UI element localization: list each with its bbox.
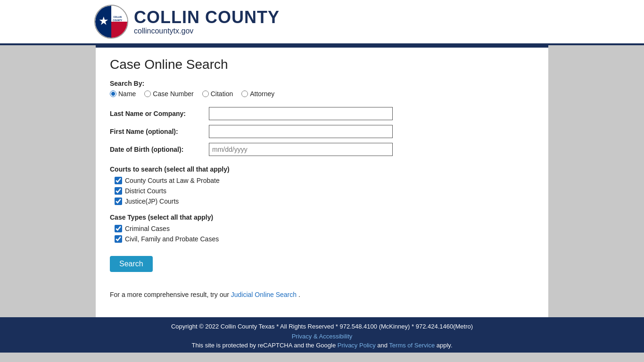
dob-label: Date of Birth (optional): — [110, 146, 209, 153]
first-name-row: First Name (optional): — [110, 125, 534, 138]
radio-attorney-label[interactable]: Attorney — [250, 90, 274, 98]
checkbox-justice-courts[interactable]: Justice(JP) Courts — [115, 197, 534, 205]
dob-input[interactable] — [209, 143, 393, 156]
checkbox-district-courts-input[interactable] — [115, 187, 122, 195]
terms-of-service-link[interactable]: Terms of Service — [389, 342, 435, 349]
checkbox-county-courts-label[interactable]: County Courts at Law & Probate — [125, 177, 220, 184]
radio-attorney-input[interactable] — [241, 90, 248, 97]
checkbox-civil-label[interactable]: Civil, Family and Probate Cases — [125, 235, 219, 243]
case-types-section-label: Case Types (select all that apply) — [110, 214, 534, 221]
privacy-accessibility-link[interactable]: Privacy & Accessibility — [292, 333, 353, 340]
svg-text:COUNTY: COUNTY — [113, 19, 123, 22]
search-button[interactable]: Search — [110, 256, 153, 272]
comprehensive-result-text: For a more comprehensive result, try our… — [110, 291, 534, 298]
dob-row: Date of Birth (optional): — [110, 143, 534, 156]
svg-text:COLLIN: COLLIN — [113, 16, 122, 18]
last-name-row: Last Name or Company: — [110, 107, 534, 120]
radio-name-label[interactable]: Name — [118, 90, 136, 98]
checkbox-justice-courts-label[interactable]: Justice(JP) Courts — [125, 197, 179, 205]
last-name-label: Last Name or Company: — [110, 110, 209, 117]
first-name-label: First Name (optional): — [110, 128, 209, 135]
recaptcha-text-before: This site is protected by reCAPTCHA and … — [191, 342, 337, 349]
county-logo: ★ COLLIN COUNTY — [94, 5, 128, 39]
footer-links: Privacy & Accessibility — [9, 333, 635, 340]
county-url: collincountytx.gov — [134, 27, 280, 35]
radio-casenumber[interactable]: Case Number — [144, 90, 193, 98]
checkbox-criminal-input[interactable] — [115, 225, 122, 232]
apply-text: apply. — [435, 342, 452, 349]
svg-text:★: ★ — [99, 16, 108, 26]
footer: Copyright © 2022 Collin County Texas * A… — [0, 317, 644, 353]
radio-name[interactable]: Name — [110, 90, 136, 98]
footer-copyright: Copyright © 2022 Collin County Texas * A… — [9, 323, 635, 330]
search-by-options: Name Case Number Citation Attorney — [110, 90, 534, 98]
footer-recaptcha: This site is protected by reCAPTCHA and … — [9, 342, 635, 349]
privacy-policy-link[interactable]: Privacy Policy — [338, 342, 376, 349]
courts-section-label: Courts to search (select all that apply) — [110, 165, 534, 173]
page-title: Case Online Search — [110, 57, 534, 72]
radio-casenumber-input[interactable] — [144, 90, 151, 97]
form-fields: Last Name or Company: First Name (option… — [110, 107, 534, 156]
checkbox-county-courts-input[interactable] — [115, 177, 122, 184]
comprehensive-after: . — [297, 291, 300, 298]
courts-checkboxes: County Courts at Law & Probate District … — [115, 177, 534, 205]
radio-citation-label[interactable]: Citation — [211, 90, 233, 98]
last-name-input[interactable] — [209, 107, 393, 120]
search-by-label: Search By: — [110, 80, 534, 87]
case-type-checkboxes: Criminal Cases Civil, Family and Probate… — [115, 225, 534, 243]
checkbox-justice-courts-input[interactable] — [115, 197, 122, 205]
radio-citation[interactable]: Citation — [202, 90, 233, 98]
county-name: COLLIN COUNTY — [134, 8, 280, 27]
radio-casenumber-label[interactable]: Case Number — [153, 90, 193, 98]
comprehensive-before: For a more comprehensive result, try our — [110, 291, 231, 298]
first-name-input[interactable] — [209, 125, 393, 138]
and-text: and — [376, 342, 389, 349]
checkbox-county-courts[interactable]: County Courts at Law & Probate — [115, 177, 534, 184]
checkbox-district-courts-label[interactable]: District Courts — [125, 187, 166, 195]
radio-name-input[interactable] — [110, 90, 116, 97]
judicial-online-search-link[interactable]: Judicial Online Search — [231, 291, 297, 298]
radio-citation-input[interactable] — [202, 90, 209, 97]
site-title: COLLIN COUNTY collincountytx.gov — [134, 8, 280, 35]
checkbox-civil[interactable]: Civil, Family and Probate Cases — [115, 235, 534, 243]
checkbox-district-courts[interactable]: District Courts — [115, 187, 534, 195]
checkbox-criminal[interactable]: Criminal Cases — [115, 225, 534, 232]
checkbox-criminal-label[interactable]: Criminal Cases — [125, 225, 170, 232]
checkbox-civil-input[interactable] — [115, 235, 122, 243]
radio-attorney[interactable]: Attorney — [241, 90, 274, 98]
